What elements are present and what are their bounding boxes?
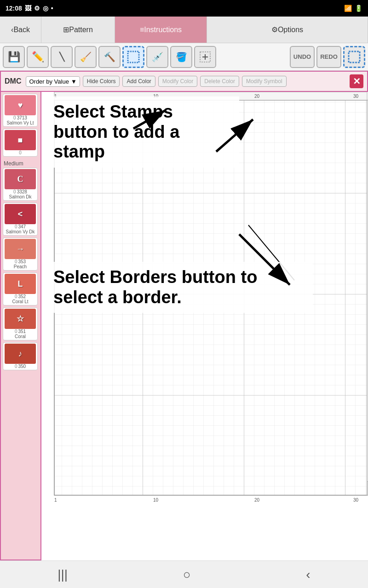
select-plus-button[interactable]: [194, 46, 216, 68]
swatch-count: 0353: [15, 259, 26, 264]
swatch-count: 03713: [13, 115, 27, 120]
status-bar: 12:08 🖼 ⚙ ◎ • 📶 🔋: [0, 0, 368, 17]
stamp-instruction-text: Select Stamps button to add a stamp: [53, 102, 232, 162]
swatch-347[interactable]: < 0347 Salmon Vy Dk: [3, 203, 38, 236]
options-label: Options: [278, 26, 303, 34]
color-panel: ♥ 03713 Salmon Vy Lt ■ 0 Medium C 03328 …: [0, 92, 41, 560]
swatch-name: Salmon Vy Lt: [6, 120, 34, 125]
eyedropper-button[interactable]: 💉: [146, 46, 168, 68]
pencil-button[interactable]: ✏️: [27, 46, 49, 68]
swatch-count: 0352: [15, 294, 26, 299]
pattern-label: Pattern: [69, 26, 93, 34]
swatch-count: 0351: [15, 329, 26, 334]
border-button[interactable]: [122, 46, 144, 68]
fill-button[interactable]: 🪣: [170, 46, 192, 68]
order-dropdown[interactable]: Order by Value ▼: [26, 76, 80, 87]
color-bar: DMC Order by Value ▼ Hide Colors Add Col…: [0, 71, 368, 92]
save-button[interactable]: 💾: [3, 46, 25, 68]
location-icon: ◎: [43, 5, 48, 12]
toolbar: 💾 ✏️ ╲ 🧹 🔨 💉 🪣 UNDO REDO: [0, 43, 368, 71]
swatch-symbol: →: [16, 244, 24, 254]
undo-button[interactable]: UNDO: [290, 46, 315, 68]
menu-icon: |||: [58, 567, 68, 582]
delete-color-button[interactable]: Delete Color: [200, 76, 239, 87]
svg-text:30: 30: [353, 94, 359, 99]
order-label: Order by Value: [29, 78, 69, 85]
swatch-count: 03328: [13, 189, 27, 194]
border-instruction: Select Borders button to select a border…: [46, 262, 313, 313]
swatch-count: 0: [19, 150, 22, 155]
top-nav: ‹ Back ⊞ Pattern ≡ Instructions ⚙ Option…: [0, 17, 368, 43]
modify-color-button[interactable]: Modify Color: [158, 76, 197, 87]
medium-section-label: Medium: [3, 158, 39, 168]
home-icon: ○: [183, 567, 191, 582]
pattern-tab[interactable]: ⊞ Pattern: [41, 17, 115, 43]
dot-icon: •: [51, 5, 53, 12]
dropdown-arrow-icon: ▼: [71, 78, 77, 85]
svg-text:20: 20: [254, 94, 260, 99]
grid-area[interactable]: 1 10 20 30 1 10 20 30 1 10 20 30 Select …: [41, 92, 368, 560]
svg-rect-4: [349, 51, 360, 62]
svg-text:1: 1: [54, 498, 57, 503]
swatch-count: 0347: [15, 224, 26, 229]
svg-text:20: 20: [254, 498, 260, 503]
swatch-3712[interactable]: ■ 0: [3, 129, 38, 157]
menu-button[interactable]: |||: [48, 564, 77, 586]
time-display: 12:08: [6, 5, 22, 12]
swatch-350[interactable]: ♪ 0350: [3, 342, 38, 370]
grid-icon: ⊞: [63, 25, 69, 34]
swatch-symbol: ♪: [18, 349, 23, 359]
swatch-symbol: ♥: [18, 101, 23, 110]
border-instruction-text: Select Borders button to select a border…: [53, 267, 305, 307]
back-nav-button[interactable]: ‹: [297, 564, 319, 586]
swatch-symbol: L: [18, 279, 23, 289]
main-content: ♥ 03713 Salmon Vy Lt ■ 0 Medium C 03328 …: [0, 92, 368, 560]
swatch-count: 0350: [15, 364, 26, 369]
options-tab[interactable]: ⚙ Options: [207, 17, 368, 43]
back-button[interactable]: ‹ Back: [0, 17, 41, 43]
close-color-bar-button[interactable]: ✕: [350, 74, 363, 88]
dmc-label: DMC: [5, 77, 21, 85]
instructions-tab[interactable]: ≡ Instructions: [115, 17, 207, 43]
modify-symbol-button[interactable]: Modify Symbol: [242, 76, 287, 87]
swatch-name: Coral Lt: [12, 299, 28, 304]
swatch-353[interactable]: → 0353 Peach: [3, 237, 38, 271]
stamp-button[interactable]: 🔨: [98, 46, 121, 68]
swatch-name: Peach: [14, 264, 27, 269]
swatch-name: Salmon Vy Dk: [6, 229, 35, 234]
gear-icon: ⚙: [271, 25, 278, 34]
swatch-symbol: ■: [18, 136, 23, 145]
battery-icon: 🔋: [355, 5, 362, 12]
hide-colors-button[interactable]: Hide Colors: [83, 76, 120, 87]
photo-icon: 🖼: [25, 5, 31, 12]
swatch-name: Salmon Dk: [9, 194, 32, 199]
list-icon: ≡: [140, 26, 144, 34]
status-right-icons: 📶 🔋: [344, 5, 362, 12]
svg-text:30: 30: [353, 498, 359, 503]
swatch-symbol: ☆: [17, 314, 24, 324]
selection-box-button[interactable]: [343, 46, 365, 68]
home-button[interactable]: ○: [174, 564, 200, 586]
back-label: Back: [13, 26, 30, 34]
eraser-button[interactable]: 🧹: [75, 46, 97, 68]
swatch-352[interactable]: L 0352 Coral Lt: [3, 272, 38, 305]
svg-text:10: 10: [153, 498, 159, 503]
wifi-icon: 📶: [344, 5, 352, 12]
svg-rect-0: [128, 51, 139, 62]
stamp-instruction: Select Stamps button to add a stamp: [46, 96, 239, 168]
swatch-3713[interactable]: ♥ 03713 Salmon Vy Lt: [3, 94, 38, 127]
line-button[interactable]: ╲: [51, 46, 73, 68]
swatch-name: Coral: [15, 334, 26, 339]
settings-icon: ⚙: [34, 5, 40, 12]
swatch-symbol: <: [18, 209, 23, 219]
status-time-area: 12:08 🖼 ⚙ ◎ •: [6, 5, 53, 12]
instructions-label: Instructions: [144, 26, 182, 34]
swatch-symbol: C: [17, 175, 23, 184]
swatch-351[interactable]: ☆ 0351 Coral: [3, 307, 38, 340]
bottom-nav: ||| ○ ‹: [0, 560, 368, 588]
swatch-3328[interactable]: C 03328 Salmon Dk: [3, 168, 38, 201]
back-nav-icon: ‹: [306, 567, 310, 582]
redo-button[interactable]: REDO: [316, 46, 341, 68]
add-color-button[interactable]: Add Color: [122, 76, 155, 87]
